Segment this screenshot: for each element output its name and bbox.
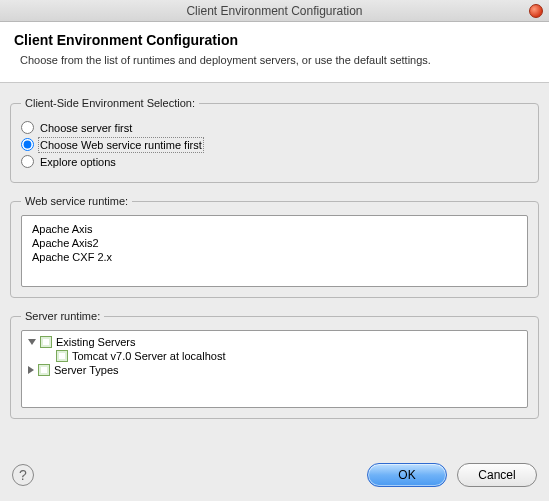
radio-input-explore[interactable] bbox=[21, 155, 34, 168]
radio-input-runtime-first[interactable] bbox=[21, 138, 34, 151]
radio-label-runtime-first: Choose Web service runtime first bbox=[40, 139, 202, 151]
dialog-body: Client-Side Environment Selection: Choos… bbox=[0, 83, 549, 419]
server-icon bbox=[56, 350, 68, 362]
dialog-footer: ? OK Cancel bbox=[0, 449, 549, 501]
chevron-down-icon[interactable] bbox=[28, 339, 36, 345]
tree-node-tomcat[interactable]: Tomcat v7.0 Server at localhost bbox=[28, 349, 521, 363]
server-group-icon bbox=[38, 364, 50, 376]
tree-label-types: Server Types bbox=[54, 364, 119, 376]
chevron-right-icon[interactable] bbox=[28, 366, 34, 374]
close-icon[interactable] bbox=[529, 4, 543, 18]
list-item[interactable]: Apache Axis2 bbox=[30, 236, 519, 250]
tree-node-existing-servers[interactable]: Existing Servers bbox=[28, 335, 521, 349]
web-service-runtime-group: Web service runtime: Apache Axis Apache … bbox=[10, 195, 539, 298]
environment-selection-group: Client-Side Environment Selection: Choos… bbox=[10, 97, 539, 183]
list-item[interactable]: Apache CXF 2.x bbox=[30, 250, 519, 264]
server-group-icon bbox=[40, 336, 52, 348]
tree-node-server-types[interactable]: Server Types bbox=[28, 363, 521, 377]
ok-button[interactable]: OK bbox=[367, 463, 447, 487]
list-item[interactable]: Apache Axis bbox=[30, 222, 519, 236]
server-tree[interactable]: Existing Servers Tomcat v7.0 Server at l… bbox=[21, 330, 528, 408]
page-subtitle: Choose from the list of runtimes and dep… bbox=[20, 54, 535, 66]
server-runtime-legend: Server runtime: bbox=[21, 310, 104, 322]
tree-label-existing: Existing Servers bbox=[56, 336, 135, 348]
dialog-header: Client Environment Configuration Choose … bbox=[0, 22, 549, 83]
window-title: Client Environment Configuration bbox=[186, 4, 362, 18]
web-service-runtime-legend: Web service runtime: bbox=[21, 195, 132, 207]
radio-input-server-first[interactable] bbox=[21, 121, 34, 134]
help-icon[interactable]: ? bbox=[12, 464, 34, 486]
page-title: Client Environment Configuration bbox=[14, 32, 535, 48]
radio-label-server-first: Choose server first bbox=[40, 122, 132, 134]
runtime-listbox[interactable]: Apache Axis Apache Axis2 Apache CXF 2.x bbox=[21, 215, 528, 287]
server-runtime-group: Server runtime: Existing Servers Tomcat … bbox=[10, 310, 539, 419]
radio-label-explore: Explore options bbox=[40, 156, 116, 168]
radio-choose-runtime-first[interactable]: Choose Web service runtime first bbox=[21, 138, 528, 151]
radio-choose-server-first[interactable]: Choose server first bbox=[21, 121, 528, 134]
environment-selection-legend: Client-Side Environment Selection: bbox=[21, 97, 199, 109]
titlebar: Client Environment Configuration bbox=[0, 0, 549, 22]
tree-label-tomcat: Tomcat v7.0 Server at localhost bbox=[72, 350, 225, 362]
radio-explore-options[interactable]: Explore options bbox=[21, 155, 528, 168]
cancel-button[interactable]: Cancel bbox=[457, 463, 537, 487]
